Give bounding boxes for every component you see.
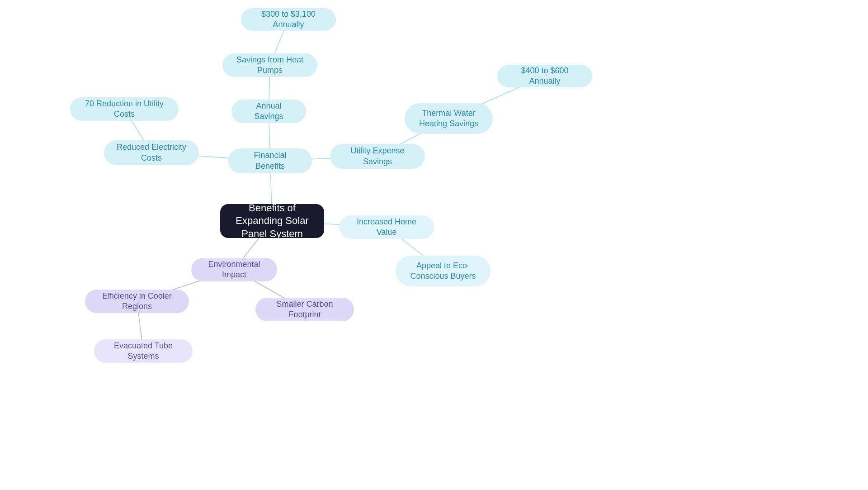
env-impact-node[interactable]: Environmental Impact	[191, 258, 277, 281]
appeal-eco-node[interactable]: Appeal to Eco-Conscious Buyers	[396, 256, 491, 286]
efficiency-cooler-node[interactable]: Efficiency in Cooler Regions	[85, 290, 189, 313]
savings-heat-pumps-node[interactable]: Savings from Heat Pumps	[222, 53, 317, 77]
thermal-water-node[interactable]: Thermal Water Heating Savings	[405, 103, 493, 134]
center-node[interactable]: Benefits of Expanding Solar Panel System	[220, 204, 324, 238]
300-3100-node[interactable]: $300 to $3,100 Annually	[241, 8, 336, 31]
evacuated-tube-node[interactable]: Evacuated Tube Systems	[94, 339, 193, 363]
financial-benefits-node[interactable]: Financial Benefits	[228, 148, 312, 173]
utility-expense-node[interactable]: Utility Expense Savings	[330, 144, 425, 169]
reduced-electricity-node[interactable]: Reduced Electricity Costs	[104, 140, 199, 165]
smaller-carbon-node[interactable]: Smaller Carbon Footprint	[255, 298, 354, 321]
annual-savings-node[interactable]: Annual Savings	[231, 100, 306, 123]
utility-costs-node[interactable]: 70 Reduction in Utility Costs	[70, 97, 179, 121]
mind-map-connections	[0, 0, 868, 490]
increased-home-node[interactable]: Increased Home Value	[339, 215, 434, 239]
400-600-node[interactable]: $400 to $600 Annually	[497, 65, 592, 87]
